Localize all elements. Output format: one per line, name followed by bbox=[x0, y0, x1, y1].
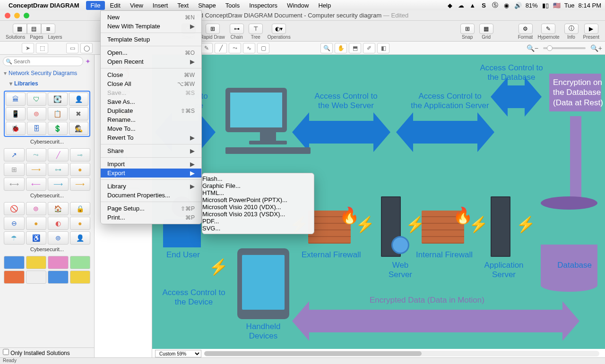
menu-insert[interactable]: Insert bbox=[148, 1, 173, 10]
export-microsoft-visio-vdx-[interactable]: Microsoft Visio 2010 (VDX)... bbox=[202, 203, 314, 211]
shape-tool[interactable]: ▢ bbox=[257, 43, 269, 53]
file-menu-export[interactable]: Export▶ bbox=[101, 169, 201, 178]
ellipse-tool[interactable]: ◯ bbox=[80, 43, 93, 53]
menu-text[interactable]: Text bbox=[173, 1, 193, 10]
handheld-shape[interactable] bbox=[237, 248, 289, 319]
file-menu-open-recent[interactable]: Open Recent▶ bbox=[101, 57, 201, 66]
file-menu-rename-[interactable]: Rename... bbox=[101, 115, 201, 124]
horizontal-scrollbar[interactable] bbox=[204, 351, 599, 356]
wand-icon[interactable]: ✦ bbox=[85, 58, 91, 65]
menu-window[interactable]: Window bbox=[282, 1, 313, 10]
menu-inspectors[interactable]: Inspectors bbox=[244, 1, 282, 10]
arrow-db[interactable] bbox=[507, 85, 526, 108]
library-group-2[interactable]: ↗⤳╱⊸ ⊞⟶⊶● ⟷⟵⟶⟶ bbox=[4, 148, 90, 191]
export-svg-[interactable]: SVG... bbox=[202, 225, 314, 232]
pages-button[interactable]: ▤ bbox=[27, 24, 41, 34]
cloud-icon[interactable]: ☁ bbox=[458, 2, 465, 9]
file-menu-new-with-template[interactable]: New With Template▶ bbox=[101, 22, 201, 31]
marquee-tool[interactable]: ⬚ bbox=[36, 43, 48, 53]
file-menu-document-properties-[interactable]: Document Properties... bbox=[101, 191, 201, 200]
arrow-web[interactable] bbox=[308, 121, 374, 144]
file-menu-save-as-[interactable]: Save As... bbox=[101, 97, 201, 106]
file-menu-duplicate[interactable]: Duplicate⇧⌘S bbox=[101, 106, 201, 115]
eraser-tool[interactable]: ◧ bbox=[377, 43, 389, 53]
battery-icon[interactable]: ▮▯ bbox=[542, 2, 549, 9]
export-pdf-[interactable]: PDF... bbox=[202, 218, 314, 225]
export-microsoft-powerpoint-pptx-[interactable]: Microsoft PowerPoint (PPTX)... bbox=[202, 196, 314, 203]
solutions-button[interactable]: ▦ bbox=[13, 24, 27, 34]
database-shape[interactable] bbox=[541, 196, 597, 210]
pointer-tool[interactable]: ➤ bbox=[22, 43, 34, 53]
tree-button[interactable]: ⊤ bbox=[249, 24, 263, 34]
file-menu-share[interactable]: Share▶ bbox=[101, 146, 201, 155]
file-menu-new[interactable]: New⌘N bbox=[101, 13, 201, 22]
zoom-slider[interactable] bbox=[543, 47, 586, 49]
eyedropper-tool[interactable]: ✐ bbox=[363, 43, 375, 53]
arrow-db-down[interactable] bbox=[570, 116, 581, 201]
arrow-app[interactable] bbox=[412, 121, 478, 144]
info-button[interactable]: ⓘ bbox=[564, 24, 579, 34]
file-menu-import[interactable]: Import▶ bbox=[101, 160, 201, 169]
present-button[interactable]: ▶ bbox=[584, 24, 598, 34]
library-group-1[interactable]: 🏛🛡💽👤 📱⊚📋✖ 🐞🗄💲🕵 bbox=[4, 91, 90, 137]
connector-tool[interactable]: ⤳ bbox=[229, 43, 241, 53]
zoom-tool[interactable]: 🔍 bbox=[320, 43, 333, 53]
library-group-4[interactable] bbox=[4, 256, 90, 284]
app-name[interactable]: ConceptDraw DIAGRAM bbox=[9, 2, 79, 9]
only-installed-checkbox[interactable]: Only Installed Solutions bbox=[0, 347, 94, 357]
globe-icon bbox=[391, 236, 409, 254]
wifi-icon[interactable]: ◉ bbox=[503, 2, 510, 9]
hypernote-button[interactable]: ✎ bbox=[541, 24, 555, 34]
tree-root[interactable]: ▾Network Security Diagrams bbox=[0, 68, 94, 78]
export-flash-[interactable]: Flash... bbox=[202, 175, 314, 182]
menu-help[interactable]: Help bbox=[313, 1, 336, 10]
pen-tool[interactable]: ✎ bbox=[200, 43, 213, 53]
rapid-draw-button[interactable]: ⊞ bbox=[206, 24, 220, 34]
rect-tool[interactable]: ▭ bbox=[66, 43, 78, 53]
line-tool[interactable]: ╱ bbox=[215, 43, 227, 53]
menu-tools[interactable]: Tools bbox=[221, 1, 244, 10]
diamond-icon[interactable]: ◆ bbox=[446, 2, 454, 9]
file-menu-close-all[interactable]: Close All⌥⌘W bbox=[101, 79, 201, 88]
format-button[interactable]: ⚙ bbox=[519, 24, 533, 34]
file-menu-print-[interactable]: Print...⌘P bbox=[101, 213, 201, 222]
hand-tool[interactable]: ✋ bbox=[335, 43, 347, 53]
zoom-out-icon[interactable]: 🔍− bbox=[527, 44, 538, 52]
volume-icon[interactable]: 🔊 bbox=[514, 2, 522, 9]
menu-file[interactable]: File bbox=[86, 1, 105, 10]
export-microsoft-visio-vsdx-[interactable]: Microsoft Visio 2013 (VSDX)... bbox=[202, 211, 314, 218]
desktop-shape[interactable] bbox=[225, 88, 311, 154]
zoom-in-icon[interactable]: 🔍+ bbox=[590, 44, 602, 52]
library-group-3[interactable]: 🚫⊚🏠🔒 ⊖●◐● ☂♿⊚👤 bbox=[4, 202, 90, 245]
file-menu-move-to-[interactable]: Move To... bbox=[101, 124, 201, 133]
chain-button[interactable]: ⊶ bbox=[230, 24, 244, 34]
menu-edit[interactable]: Edit bbox=[105, 1, 125, 10]
file-menu-revert-to[interactable]: Revert To▶ bbox=[101, 133, 201, 142]
vlc-icon[interactable]: ▲ bbox=[469, 2, 476, 9]
file-menu-page-setup-[interactable]: Page Setup...⇧⌘P bbox=[101, 204, 201, 213]
crop-tool[interactable]: ⬒ bbox=[349, 43, 361, 53]
file-menu-library[interactable]: Library▶ bbox=[101, 182, 201, 191]
export-graphic-file-[interactable]: Graphic File... bbox=[202, 182, 314, 189]
menu-view[interactable]: View bbox=[125, 1, 148, 10]
tree-libraries[interactable]: ▾Libraries bbox=[0, 78, 94, 89]
export-html-[interactable]: HTML... bbox=[202, 189, 314, 196]
curve-tool[interactable]: ∿ bbox=[243, 43, 255, 53]
file-menu-open-[interactable]: Open...⌘O bbox=[101, 48, 201, 57]
encryption-db-box[interactable]: Encryption on the Database (Data at Rest… bbox=[549, 74, 601, 111]
menu-shape[interactable]: Shape bbox=[193, 1, 221, 10]
operations-button[interactable]: ◐▾ bbox=[272, 24, 286, 34]
arrow-encrypted-data[interactable] bbox=[308, 310, 563, 332]
grid-button[interactable]: ▦ bbox=[479, 24, 493, 34]
file-menu-close[interactable]: Close⌘W bbox=[101, 70, 201, 79]
s-icon[interactable]: S bbox=[480, 2, 488, 9]
layers-button[interactable]: ≣ bbox=[41, 24, 55, 34]
snap-button[interactable]: ⊞ bbox=[460, 24, 475, 34]
file-menu-template-setup[interactable]: Template Setup bbox=[101, 35, 201, 44]
skype-icon[interactable]: Ⓢ bbox=[492, 1, 499, 9]
file-menu-save-[interactable]: Save...⌘S bbox=[101, 88, 201, 97]
app-server-shape[interactable] bbox=[491, 196, 510, 257]
flag-icon[interactable]: 🇺🇸 bbox=[553, 2, 561, 9]
zoom-select[interactable]: Custom 59% bbox=[155, 350, 201, 357]
search-input[interactable] bbox=[3, 57, 83, 66]
